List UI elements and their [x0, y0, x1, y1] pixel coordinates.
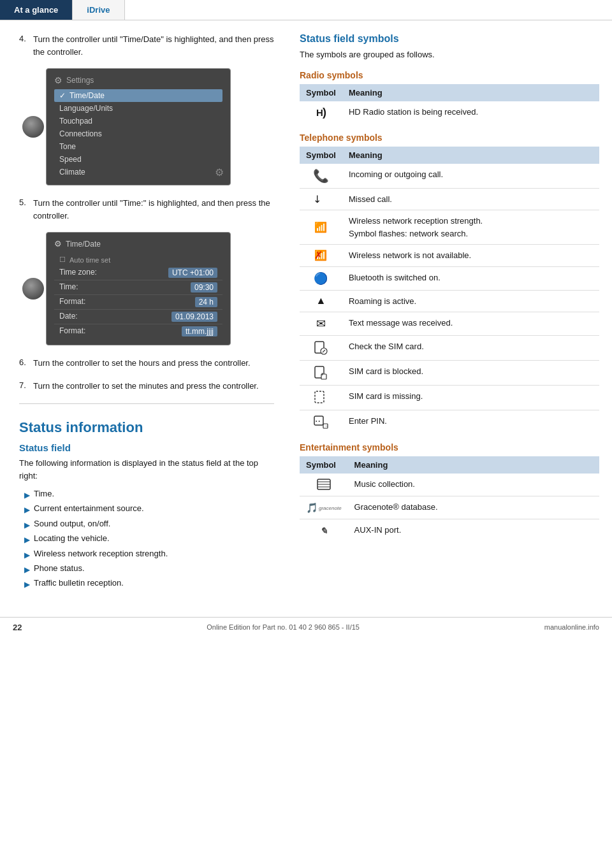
radio-row-hd: H) HD Radio station is being received.	[300, 101, 599, 124]
entertainment-subtitle: Entertainment symbols	[300, 442, 599, 452]
svg-text:→: →	[324, 424, 329, 428]
step-6: 6. Turn the controller to set the hours …	[19, 357, 274, 370]
tel-row-sim-blocked: SIM card is blocked.	[300, 361, 599, 386]
radio-symbols-table: Symbol Meaning H) HD Radio station is be…	[300, 84, 599, 124]
date-label: Date:	[59, 312, 78, 322]
ent-row-gracenote: 🎵 gracenote Gracenote® database.	[300, 496, 599, 519]
status-field-list: ▶Time. ▶Current entertainment source. ▶S…	[19, 487, 274, 591]
sym-gracenote: 🎵 gracenote	[300, 496, 348, 519]
tel-table-header-row: Symbol Meaning	[300, 147, 599, 164]
format-value-2: tt.mm.jjjj	[182, 326, 217, 336]
time-label: Time:	[59, 282, 78, 293]
sym-music-collection	[300, 474, 348, 496]
meaning-gracenote: Gracenote® database.	[348, 496, 599, 519]
bullet-arrow-4: ▶	[24, 533, 30, 546]
sym-network-strength: 📶	[300, 210, 342, 245]
format-row-1: Format: 24 h	[54, 295, 222, 310]
meaning-bluetooth: Bluetooth is switched on.	[342, 266, 599, 290]
tel-row-sim-missing: SIM card is missing.	[300, 386, 599, 410]
nav-at-a-glance[interactable]: At a glance	[0, 0, 73, 20]
settings-gear-icon: ⚙	[54, 75, 62, 85]
step-7-text: Turn the controller to set the minutes a…	[33, 380, 259, 393]
ent-col-symbol: Symbol	[300, 456, 348, 474]
settings-speed: Speed	[54, 153, 222, 166]
meaning-network-strength: Wireless network reception strength.Symb…	[342, 210, 599, 245]
radio-subtitle: Radio symbols	[300, 70, 599, 80]
settings-language: Language/Units	[54, 102, 222, 115]
controller-knob-2	[22, 278, 44, 300]
bullet-time: ▶Time.	[24, 487, 274, 502]
format-label-1: Format:	[59, 297, 85, 307]
step-7: 7. Turn the controller to set the minute…	[19, 380, 274, 393]
sym-roaming: ▲	[300, 290, 342, 312]
bullet-phone: ▶Phone status.	[24, 561, 274, 576]
ent-row-aux: ✎ AUX-IN port.	[300, 519, 599, 542]
meaning-text-message: Text message was received.	[342, 312, 599, 336]
checkbox-icon: ☐	[59, 256, 66, 264]
tel-col-meaning: Meaning	[342, 147, 599, 164]
format-row-2: Format: tt.mm.jjjj	[54, 324, 222, 338]
bullet-traffic: ▶Traffic bulletin reception.	[24, 576, 274, 591]
timezone-value: UTC +01:00	[168, 268, 217, 278]
tel-col-symbol: Symbol	[300, 147, 342, 164]
settings-menu-screenshot: ⚙ Settings ✓ Time/Date Language/Units To…	[46, 68, 231, 185]
step-4-number: 4.	[19, 33, 33, 43]
radio-col-symbol: Symbol	[300, 84, 342, 101]
tel-row-bluetooth: 🔵 Bluetooth is switched on.	[300, 266, 599, 290]
page-footer: 22 Online Edition for Part no. 01 40 2 9…	[0, 617, 612, 637]
sym-check-sim	[300, 336, 342, 361]
sym-sim-blocked	[300, 361, 342, 386]
sym-aux: ✎	[300, 519, 348, 542]
tel-row-no-network: 📶 ✗ Wireless network is not available.	[300, 245, 599, 267]
step-4-text: Turn the controller until "Time/Date" is…	[33, 33, 274, 58]
status-information-title: Status information	[19, 419, 274, 436]
step-4: 4. Turn the controller until "Time/Date"…	[19, 33, 274, 58]
timedate-screenshot-wrap: ⚙ Time/Date ☐ Auto time set Time zone: U…	[33, 232, 274, 345]
meaning-roaming: Roaming is active.	[342, 290, 599, 312]
tel-row-roaming: ▲ Roaming is active.	[300, 290, 599, 312]
svg-rect-7	[315, 391, 324, 403]
entertainment-symbols-table: Symbol Meaning Music collection. 🎵 grace…	[300, 456, 599, 542]
settings-touchpad: Touchpad	[54, 115, 222, 127]
meaning-sim-blocked: SIM card is blocked.	[342, 361, 599, 386]
timedate-icon: ⚙	[54, 239, 62, 249]
ent-col-meaning: Meaning	[348, 456, 599, 474]
bullet-sound: ▶Sound output, on/off.	[24, 517, 274, 532]
svg-text:• •: • •	[316, 419, 320, 423]
ent-table-header-row: Symbol Meaning	[300, 456, 599, 474]
gear-right-icon: ⚙	[215, 166, 224, 178]
step-5: 5. Turn the controller until "Time:" is …	[19, 197, 274, 222]
symbols-intro: The symbols are grouped as follows.	[300, 48, 599, 61]
meaning-aux: AUX-IN port.	[348, 519, 599, 542]
meaning-no-network: Wireless network is not available.	[342, 245, 599, 267]
nav-idrive[interactable]: iDrive	[73, 0, 124, 20]
step-6-number: 6.	[19, 357, 33, 367]
sym-sim-missing	[300, 386, 342, 410]
tel-row-call: 📞 Incoming or outgoing call.	[300, 164, 599, 189]
settings-connections: Connections	[54, 127, 222, 140]
tel-row-text-message: ✉ Text message was received.	[300, 312, 599, 336]
bullet-wireless: ▶Wireless network reception strength.	[24, 547, 274, 561]
meaning-check-sim: Check the SIM card.	[342, 336, 599, 361]
meaning-enter-pin: Enter PIN.	[342, 410, 599, 434]
meaning-music-collection: Music collection.	[348, 474, 599, 496]
step-6-text: Turn the controller to set the hours and…	[33, 357, 251, 370]
top-navigation: At a glance iDrive	[0, 0, 612, 20]
status-field-body: The following information is displayed i…	[19, 457, 274, 482]
page-body: 4. Turn the controller until "Time/Date"…	[0, 20, 612, 598]
settings-climate: Climate	[54, 166, 222, 178]
format-label-2: Format:	[59, 326, 85, 336]
auto-time-row: ☐ Auto time set	[54, 254, 222, 266]
bullet-arrow-3: ▶	[24, 519, 30, 532]
controller-knob	[22, 116, 44, 138]
timezone-label: Time zone:	[59, 268, 97, 278]
telephone-symbols-table: Symbol Meaning 📞 Incoming or outgoing ca…	[300, 147, 599, 434]
bullet-arrow-7: ▶	[24, 578, 30, 591]
sym-bluetooth: 🔵	[300, 266, 342, 290]
timezone-row: Time zone: UTC +01:00	[54, 266, 222, 280]
bullet-arrow-1: ▶	[24, 489, 30, 502]
time-value: 09:30	[191, 282, 217, 293]
section-divider	[19, 403, 274, 404]
radio-sym-hd: H)	[300, 101, 342, 124]
footer-text: Online Edition for Part no. 01 40 2 960 …	[207, 623, 360, 631]
